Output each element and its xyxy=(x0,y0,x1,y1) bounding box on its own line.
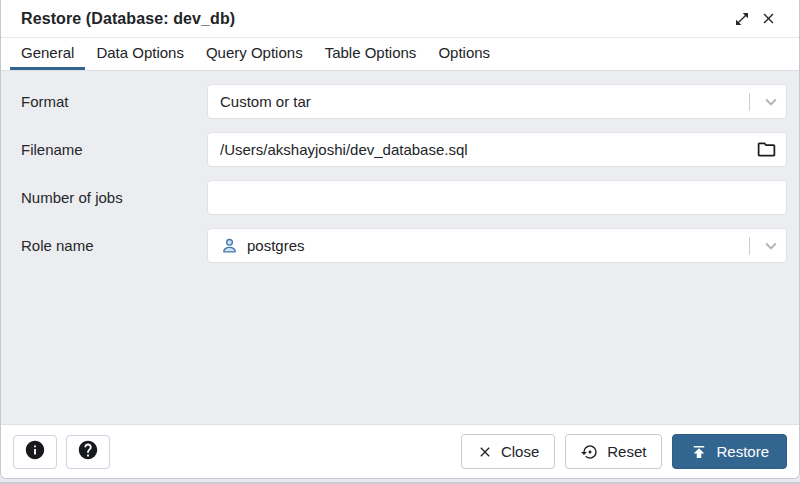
expand-icon[interactable] xyxy=(729,6,755,32)
jobs-label: Number of jobs xyxy=(21,189,207,206)
jobs-control xyxy=(207,180,787,215)
folder-icon[interactable] xyxy=(756,133,777,166)
format-label: Format xyxy=(21,93,207,110)
tab-query-options[interactable]: Query Options xyxy=(195,38,314,70)
filename-input[interactable] xyxy=(208,133,786,166)
restore-button[interactable]: Restore xyxy=(672,434,787,469)
select-separator xyxy=(749,93,750,111)
restore-dialog: Restore (Database: dev_db) General Data … xyxy=(0,0,800,479)
chevron-down-icon[interactable] xyxy=(756,235,786,257)
upload-icon xyxy=(690,443,708,461)
format-row: Format Custom or tar xyxy=(21,84,787,119)
restore-button-label: Restore xyxy=(716,443,769,460)
close-button[interactable]: Close xyxy=(461,434,555,469)
tab-table-options[interactable]: Table Options xyxy=(314,38,428,70)
tab-general-label: General xyxy=(21,44,74,61)
backup-restore-icon xyxy=(581,443,599,461)
filename-label: Filename xyxy=(21,141,207,158)
tab-options-label: Options xyxy=(438,44,490,61)
user-icon xyxy=(220,236,239,255)
chevron-down-icon[interactable] xyxy=(756,91,786,113)
tab-table-options-label: Table Options xyxy=(325,44,417,61)
tab-data-options[interactable]: Data Options xyxy=(85,38,195,70)
tab-options[interactable]: Options xyxy=(427,38,501,70)
number-of-jobs-input[interactable] xyxy=(208,181,786,214)
filename-control xyxy=(207,132,787,167)
help-button[interactable] xyxy=(66,435,110,469)
close-button-label: Close xyxy=(501,443,539,460)
filename-row: Filename xyxy=(21,132,787,167)
dialog-footer: Close Reset Restore xyxy=(1,424,799,478)
reset-button[interactable]: Reset xyxy=(565,434,662,469)
tab-general[interactable]: General xyxy=(10,38,85,70)
select-separator xyxy=(749,237,750,255)
close-x-icon xyxy=(477,444,493,460)
question-circle-icon xyxy=(77,439,99,465)
format-select[interactable]: Custom or tar xyxy=(207,84,787,119)
close-icon[interactable] xyxy=(755,6,781,32)
dialog-tabs: General Data Options Query Options Table… xyxy=(1,38,799,71)
tab-query-options-label: Query Options xyxy=(206,44,303,61)
tab-data-options-label: Data Options xyxy=(96,44,184,61)
role-row: Role name postgres xyxy=(21,228,787,263)
format-value: Custom or tar xyxy=(220,93,749,110)
dialog-title: Restore (Database: dev_db) xyxy=(21,10,235,28)
dialog-titlebar: Restore (Database: dev_db) xyxy=(1,0,799,38)
general-tab-panel: Format Custom or tar Filename Number of … xyxy=(1,71,799,424)
jobs-row: Number of jobs xyxy=(21,180,787,215)
role-select[interactable]: postgres xyxy=(207,228,787,263)
role-label: Role name xyxy=(21,237,207,254)
info-button[interactable] xyxy=(13,435,57,469)
reset-button-label: Reset xyxy=(607,443,646,460)
info-circle-icon xyxy=(24,439,46,465)
role-value: postgres xyxy=(247,237,749,254)
